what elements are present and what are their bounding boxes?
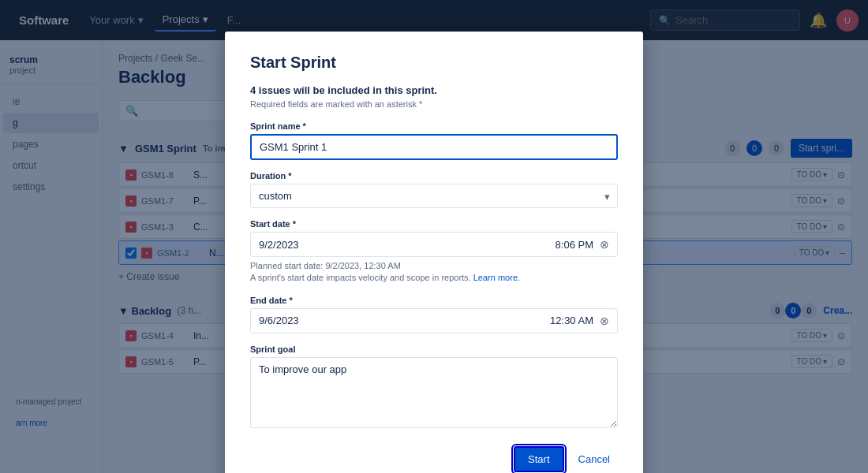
sprint-name-input[interactable] bbox=[250, 134, 618, 160]
duration-select[interactable]: custom 1 week 2 weeks 3 weeks 4 weeks bbox=[250, 184, 618, 208]
end-date-value: 9/6/2023 bbox=[259, 315, 544, 326]
end-date-group: End date * 9/6/2023 12:30 AM ⊗ bbox=[250, 296, 618, 333]
start-date-label: Start date * bbox=[250, 219, 618, 229]
modal-overlay: Start Sprint 4 issues will be included i… bbox=[0, 0, 868, 473]
end-time-value: 12:30 AM bbox=[550, 315, 593, 326]
sprint-goal-textarea[interactable]: To improve our app bbox=[250, 357, 618, 428]
learn-more-link[interactable]: Learn more. bbox=[473, 273, 520, 282]
sprint-name-group: Sprint name * bbox=[250, 121, 618, 160]
end-date-field[interactable]: 9/6/2023 12:30 AM ⊗ bbox=[250, 308, 618, 333]
end-date-label: End date * bbox=[250, 296, 618, 305]
modal-title: Start Sprint bbox=[250, 54, 618, 72]
sprint-name-label: Sprint name * bbox=[250, 121, 618, 131]
planned-date-note: Planned start date: 9/2/2023, 12:30 AM A… bbox=[250, 260, 618, 285]
cancel-button[interactable]: Cancel bbox=[571, 448, 618, 471]
modal-issues-count: 4 issues will be included in this sprint… bbox=[250, 84, 618, 96]
duration-group: Duration * custom 1 week 2 weeks 3 weeks… bbox=[250, 171, 618, 208]
sprint-goal-label: Sprint goal bbox=[250, 345, 618, 354]
start-date-group: Start date * 9/2/2023 8:06 PM ⊗ Planned … bbox=[250, 219, 618, 285]
duration-select-wrapper: custom 1 week 2 weeks 3 weeks 4 weeks ▾ bbox=[250, 184, 618, 208]
start-date-clear-icon[interactable]: ⊗ bbox=[600, 238, 609, 251]
start-date-field[interactable]: 9/2/2023 8:06 PM ⊗ bbox=[250, 232, 618, 257]
duration-label: Duration * bbox=[250, 171, 618, 181]
end-date-clear-icon[interactable]: ⊗ bbox=[600, 315, 609, 327]
modal-required-note: Required fields are marked with an aster… bbox=[250, 99, 618, 109]
sprint-goal-group: Sprint goal To improve our app bbox=[250, 345, 618, 430]
start-sprint-modal: Start Sprint 4 issues will be included i… bbox=[225, 32, 643, 473]
modal-footer: Start Cancel bbox=[250, 446, 618, 472]
start-date-value: 9/2/2023 bbox=[259, 239, 549, 251]
start-time-value: 8:06 PM bbox=[556, 239, 593, 251]
start-button[interactable]: Start bbox=[514, 446, 563, 472]
